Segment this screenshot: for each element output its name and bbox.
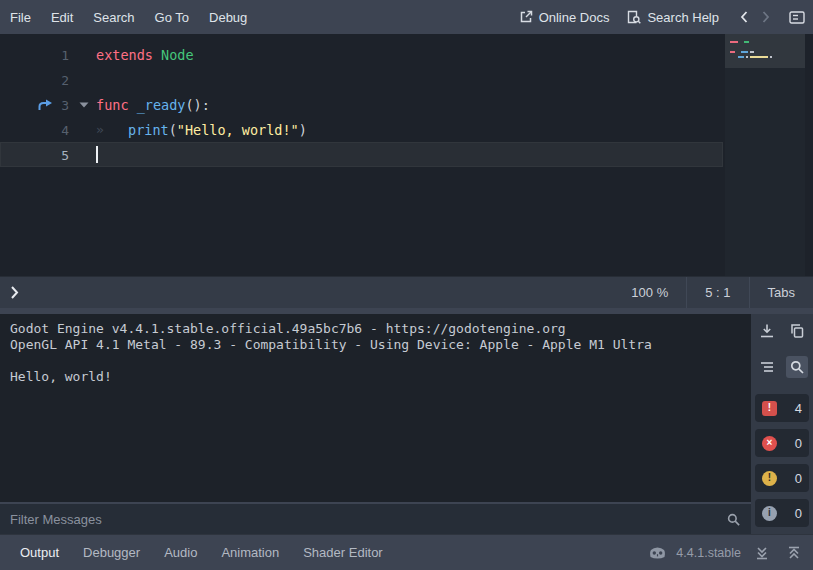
override-method-icon[interactable] — [38, 99, 53, 111]
save-log-button[interactable] — [756, 320, 778, 342]
code-line-3[interactable]: 3func _ready(): — [0, 92, 723, 117]
bottom-tab-shader-editor[interactable]: Shader Editor — [291, 535, 395, 570]
bottom-tab-debugger[interactable]: Debugger — [71, 535, 152, 570]
dock-bottom-icon — [755, 546, 769, 560]
warning-count-toggle[interactable]: ! 0 — [755, 464, 809, 492]
bottom-tabs: OutputDebuggerAudioAnimationShader Edito… — [8, 535, 649, 570]
menu-list: FileEditSearchGo ToDebug — [0, 0, 257, 34]
message-icon: ! — [762, 401, 777, 416]
tab-indent-marker: » — [96, 122, 128, 137]
log-line: OpenGL API 4.1 Metal - 89.3 - Compatibil… — [10, 337, 741, 353]
copy-icon — [789, 323, 805, 339]
code-line-4[interactable]: 4»print("Hello, world!") — [0, 117, 723, 142]
expand-panel-button[interactable] — [783, 542, 805, 564]
code-text[interactable] — [96, 142, 98, 167]
filter-bar — [0, 504, 751, 534]
info-count: 0 — [795, 506, 802, 521]
error-count-toggle[interactable]: × 0 — [755, 429, 809, 457]
version-label: 4.4.1.stable — [676, 546, 741, 560]
output-panel: Godot Engine v4.4.1.stable.official.49a5… — [0, 308, 813, 534]
code-text[interactable]: extends Node — [96, 42, 194, 67]
godot-logo-icon — [649, 546, 666, 559]
output-log[interactable]: Godot Engine v4.4.1.stable.official.49a5… — [0, 314, 751, 502]
search-help-button[interactable]: Search Help — [627, 10, 719, 25]
external-link-icon — [519, 10, 533, 24]
bottom-tab-output[interactable]: Output — [8, 535, 71, 570]
gutter[interactable]: 2 — [0, 67, 96, 92]
save-icon — [759, 323, 775, 339]
info-icon: i — [762, 506, 777, 521]
output-toolbar: ! 4 × 0 ! 0 i 0 — [751, 314, 813, 534]
zoom-level: 100 % — [613, 277, 686, 308]
expand-panel-icon — [787, 546, 801, 560]
online-docs-label: Online Docs — [539, 10, 610, 25]
menu-debug[interactable]: Debug — [199, 0, 257, 34]
search-help-icon — [627, 10, 641, 24]
collapse-duplicates-button[interactable] — [756, 356, 778, 378]
gutter[interactable]: 1 — [0, 42, 96, 67]
code-lines: 1extends Node23func _ready():4»print("He… — [0, 42, 813, 167]
message-count-toggle[interactable]: ! 4 — [755, 394, 809, 422]
warning-count: 0 — [795, 471, 802, 486]
copy-log-button[interactable] — [786, 320, 808, 342]
error-count: 0 — [795, 436, 802, 451]
scripts-panel-toggle-button[interactable] — [789, 11, 805, 24]
line-number: 5 — [61, 147, 69, 162]
code-text[interactable]: func _ready(): — [96, 92, 210, 117]
line-number: 1 — [61, 47, 69, 62]
message-count: 4 — [795, 401, 802, 416]
history-forward-button[interactable] — [761, 10, 771, 24]
code-text[interactable]: »print("Hello, world!") — [96, 117, 307, 142]
fold-arrow-icon[interactable] — [79, 102, 89, 108]
code-line-2[interactable]: 2 — [0, 67, 723, 92]
editor-statusbar: 100 % 5 : 1 Tabs — [0, 276, 813, 308]
code-line-5[interactable]: 5 — [0, 142, 723, 167]
filter-search-icon — [726, 512, 741, 527]
line-number: 3 — [61, 97, 69, 112]
info-count-toggle[interactable]: i 0 — [755, 499, 809, 527]
search-icon — [789, 359, 805, 375]
minimap[interactable] — [725, 34, 805, 276]
move-panel-bottom-button[interactable] — [751, 542, 773, 564]
menu-go-to[interactable]: Go To — [145, 0, 199, 34]
search-help-label: Search Help — [647, 10, 719, 25]
history-back-button[interactable] — [739, 10, 749, 24]
gutter[interactable]: 3 — [0, 92, 96, 117]
log-line: Godot Engine v4.4.1.stable.official.49a5… — [10, 321, 741, 337]
log-line: Hello, world! — [10, 369, 741, 385]
bottom-panel-bar: OutputDebuggerAudioAnimationShader Edito… — [0, 534, 813, 570]
bottom-tab-audio[interactable]: Audio — [152, 535, 209, 570]
caret-position: 5 : 1 — [687, 277, 748, 308]
line-number: 2 — [61, 72, 69, 87]
code-line-1[interactable]: 1extends Node — [0, 42, 723, 67]
indent-type: Tabs — [750, 277, 813, 308]
bottom-tab-animation[interactable]: Animation — [209, 535, 291, 570]
collapse-lines-icon — [759, 359, 775, 375]
gutter[interactable]: 4 — [0, 117, 96, 142]
search-log-button[interactable] — [786, 356, 808, 378]
menu-file[interactable]: File — [0, 0, 41, 34]
menu-search[interactable]: Search — [83, 0, 144, 34]
menubar: FileEditSearchGo ToDebug Online Docs Sea… — [0, 0, 813, 34]
script-editor[interactable]: 1extends Node23func _ready():4»print("He… — [0, 34, 813, 276]
log-line — [10, 353, 741, 369]
warning-icon: ! — [762, 471, 777, 486]
line-number: 4 — [61, 122, 69, 137]
text-caret — [96, 146, 98, 163]
online-docs-button[interactable]: Online Docs — [519, 10, 610, 25]
gutter[interactable]: 5 — [0, 142, 96, 167]
expand-chevron-icon[interactable] — [10, 285, 19, 300]
error-icon: × — [762, 436, 777, 451]
godot-script-editor-window: FileEditSearchGo ToDebug Online Docs Sea… — [0, 0, 813, 570]
menu-edit[interactable]: Edit — [41, 0, 83, 34]
minimap-code — [725, 34, 805, 63]
filter-messages-input[interactable] — [10, 512, 718, 527]
